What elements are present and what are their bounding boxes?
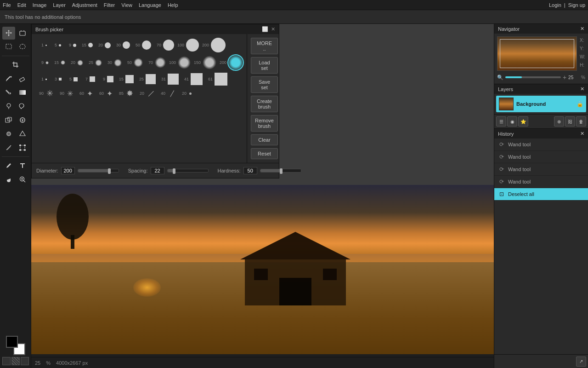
history-item-1[interactable]: ⟳ Wand tool (494, 138, 588, 151)
diameter-value[interactable]: 200 (61, 167, 75, 174)
login-link[interactable]: Login (549, 2, 561, 8)
menu-adjustment[interactable]: Adjustment (72, 2, 97, 8)
create-brush-button[interactable]: Create brush (251, 96, 278, 112)
menu-view[interactable]: View (121, 2, 132, 8)
horizontal-scrollbar[interactable] (31, 354, 494, 357)
history-item-2[interactable]: ⟳ Wand tool (494, 151, 588, 163)
soft-brush-100[interactable] (178, 56, 191, 69)
foreground-color-swatch[interactable] (6, 336, 18, 348)
channels-btn[interactable] (21, 357, 29, 365)
save-set-button[interactable]: Save set (251, 76, 278, 93)
dot-brush[interactable] (189, 92, 192, 95)
transform-tool[interactable] (16, 141, 29, 154)
soft-brush-25[interactable] (95, 59, 102, 66)
menu-language[interactable]: Language (139, 2, 161, 8)
sq-brush-5[interactable] (74, 77, 78, 81)
clone-tool[interactable] (2, 114, 15, 126)
blur-tool[interactable] (2, 127, 15, 140)
star-brush-1[interactable]: ✳ (46, 88, 53, 98)
remove-brush-button[interactable]: Remove brush (251, 115, 278, 132)
navigator-close-icon[interactable]: ✕ (580, 26, 584, 32)
expand-panel-icon[interactable]: ⬜ (262, 26, 268, 32)
sq-brush-9[interactable] (107, 76, 113, 82)
brush-15[interactable] (88, 43, 93, 47)
sq-brush-61[interactable] (215, 73, 227, 86)
sq-brush-7[interactable] (90, 76, 95, 82)
smudge-tool[interactable] (2, 141, 15, 154)
sharpen-tool[interactable] (16, 127, 29, 140)
layer-properties-btn[interactable]: ☰ (496, 116, 506, 126)
heal-tool[interactable] (16, 114, 29, 126)
artboard-tool[interactable] (16, 27, 29, 40)
sq-brush-15[interactable] (125, 75, 134, 83)
foreground-background-colors[interactable] (6, 336, 25, 355)
soft-brush-50[interactable] (134, 58, 143, 67)
brush-20[interactable] (105, 42, 111, 48)
gradient-tool[interactable] (16, 86, 29, 99)
menu-image[interactable]: Image (33, 2, 47, 8)
move-tool[interactable] (2, 27, 15, 40)
soft-brush-9[interactable] (45, 61, 49, 64)
brush-5[interactable] (59, 44, 61, 46)
sq-brush-25[interactable] (146, 74, 156, 84)
menu-filter[interactable]: Filter (104, 2, 115, 8)
signup-link[interactable]: Sign up (568, 2, 585, 8)
sq-brush-3[interactable] (59, 78, 62, 80)
soft-brush-20[interactable] (77, 60, 83, 66)
zoom-out-icon[interactable]: 🔍 (497, 75, 503, 80)
clear-button[interactable]: Clear (251, 134, 278, 145)
load-set-button[interactable]: Load set (251, 57, 278, 74)
star-brush-3[interactable]: ✦ (87, 89, 93, 98)
navigator-viewport-rect[interactable] (500, 39, 574, 68)
brush-50[interactable] (142, 40, 151, 50)
pen-tool[interactable] (2, 159, 15, 172)
brush-100[interactable] (186, 39, 199, 52)
burn-tool[interactable] (16, 100, 29, 113)
star-brush-2[interactable]: ✳ (67, 89, 73, 98)
soft-brush-150[interactable] (203, 56, 216, 69)
zoom-in-icon[interactable]: + (563, 74, 566, 81)
hand-tool[interactable] (2, 173, 15, 186)
soft-brush-200-selected[interactable] (228, 55, 243, 70)
history-expand-icon[interactable]: ↗ (576, 356, 586, 367)
spacing-slider[interactable] (167, 169, 209, 172)
sq-brush-41[interactable] (191, 73, 203, 85)
sq-brush-31[interactable] (168, 74, 179, 85)
layer-fx-btn[interactable]: ⭐ (518, 116, 528, 126)
navigator-zoom-slider[interactable] (505, 76, 561, 78)
lasso-tool[interactable] (16, 40, 29, 53)
menu-edit[interactable]: Edit (17, 2, 26, 8)
brush-1[interactable] (45, 45, 47, 46)
layers-close-icon[interactable]: ✕ (580, 86, 584, 92)
menu-file[interactable]: File (3, 2, 11, 8)
history-item-4[interactable]: ⟳ Wand tool (494, 176, 588, 188)
brush-30[interactable] (123, 41, 130, 49)
layer-item-background[interactable]: Background 🔒 (496, 96, 586, 112)
layer-copy-btn[interactable]: ⊕ (554, 116, 564, 126)
soft-brush-15[interactable] (61, 60, 65, 65)
crop-tool[interactable] (9, 58, 22, 71)
layer-mask-btn[interactable]: ◉ (507, 116, 517, 126)
brush-9[interactable] (73, 44, 76, 47)
history-content[interactable]: ⟳ Wand tool ⟳ Wand tool ⟳ Wand tool ⟳ Wa… (494, 138, 588, 354)
history-item-5-active[interactable]: ⊡ Deselect all (494, 188, 588, 201)
star-brush-4[interactable]: ✦ (107, 89, 113, 98)
fill-tool[interactable] (2, 86, 15, 99)
more-button[interactable]: MORE .. (251, 38, 278, 54)
zoom-tool[interactable] (16, 173, 29, 186)
brush-200[interactable] (211, 38, 226, 52)
hardness-slider[interactable] (260, 169, 301, 172)
brush-70[interactable] (163, 40, 174, 51)
spacing-value[interactable]: 22 (151, 167, 164, 174)
line-brush-2[interactable]: — (166, 88, 177, 99)
star-burst-brush[interactable]: ✸ (126, 88, 133, 98)
reset-button[interactable]: Reset (251, 148, 278, 159)
soft-brush-70[interactable] (155, 57, 166, 68)
menu-layer[interactable]: Layer (53, 2, 66, 8)
rect-select-tool[interactable] (2, 40, 15, 53)
text-tool[interactable] (16, 159, 29, 172)
quick-mask-off[interactable] (2, 357, 11, 365)
layer-delete-btn[interactable]: 🗑 (576, 116, 586, 126)
menu-help[interactable]: Help (168, 2, 178, 8)
hardness-value[interactable]: 50 (243, 167, 257, 174)
